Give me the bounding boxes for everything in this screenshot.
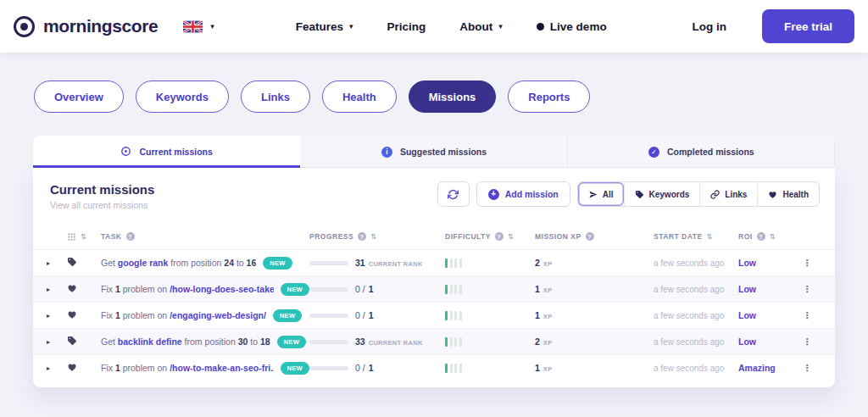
difficulty-header-label: DIFFICULTY [445,232,491,241]
morningscore-logo-icon [14,16,35,37]
sort-icon: ⇅ [770,232,776,241]
task-text: Get google rank from position 24 to 16 [101,258,256,268]
table-row[interactable]: ▸ Get google rank from position 24 to 16… [33,249,835,275]
login-link[interactable]: Log in [692,20,726,33]
add-mission-label: Add mission [505,189,559,199]
progress-segment: 1 [369,363,374,373]
difficulty-bar [459,311,462,320]
progress-bar [309,287,348,292]
table-row[interactable]: ▸ Fix 1 problem on /how-long-does-seo-ta… [33,275,835,302]
difficulty-bar [459,337,462,347]
date-header-label: START DATE [654,232,703,241]
help-icon[interactable]: ? [358,232,366,241]
kebab-menu-icon[interactable]: ⋮ [793,258,821,269]
target-icon [120,146,131,157]
difficulty-bar [445,364,448,373]
new-badge: NEW [263,257,292,270]
nav-live-demo[interactable]: Live demo [537,20,607,33]
nav-label: Live demo [550,20,607,33]
table-row[interactable]: ▸ Get backlink define from position 30 t… [33,328,835,354]
kebab-menu-icon[interactable]: ⋮ [793,363,821,374]
difficulty-bar [445,259,448,268]
nav-about[interactable]: About ▾ [459,20,503,33]
heart-icon [768,190,777,199]
progress-bar [309,261,348,265]
difficulty-cell [445,337,535,347]
expand-caret-icon[interactable]: ▸ [47,286,67,293]
task-segment: backlink define [118,336,182,347]
filter-keywords[interactable]: Keywords [624,182,700,206]
col-header-date[interactable]: START DATE ⇅ [654,232,738,241]
new-badge: NEW [273,309,302,322]
page: morningscore ▾ Features ▾ Pricing [0,0,868,387]
heart-icon [67,362,101,374]
help-icon[interactable]: ? [586,232,594,241]
free-trial-button[interactable]: Free trial [762,9,854,43]
expand-caret-icon[interactable]: ▸ [47,364,67,372]
task-segment: 18 [260,336,270,347]
filter-links[interactable]: Links [699,182,757,206]
help-icon[interactable]: ? [757,232,765,241]
difficulty-bar [459,364,462,373]
nav-features[interactable]: Features ▾ [296,20,353,33]
table-row[interactable]: ▸ Fix 1 problem on /engaging-web-design/… [33,302,835,328]
check-circle-icon: ✓ [648,147,659,158]
col-header-xp[interactable]: MISSION XP ? [535,232,654,241]
progress-cell: 33CURRENT RANK [309,336,445,347]
col-header-difficulty[interactable]: DIFFICULTY ? ⇅ [445,232,535,241]
kebab-menu-icon[interactable]: ⋮ [793,310,821,321]
help-icon[interactable]: ? [126,232,135,241]
panel-toolbar: + Add mission All Keywords Links Health [437,181,820,207]
uk-flag-icon [183,20,203,33]
pill-tab-reports[interactable]: Reports [508,81,590,113]
progress-segment: CURRENT RANK [369,260,423,268]
tab-suggested-missions[interactable]: i Suggested missions [300,136,567,168]
task-segment: Fix [101,284,115,294]
add-mission-button[interactable]: + Add mission [476,181,570,207]
task-segment: from position [168,258,224,268]
task-segment: 30 [238,336,248,347]
col-header-task[interactable]: TASK ? [101,232,309,241]
difficulty-bar [454,337,457,347]
filter-label: All [603,190,614,199]
task-segment: Fix [101,310,115,320]
brand-logo[interactable]: morningscore [14,16,158,37]
pill-tab-missions[interactable]: Missions [409,81,497,113]
help-icon[interactable]: ? [495,232,504,241]
progress-cell: 0 / 1 [309,284,445,294]
difficulty-bar [450,337,453,347]
nav-pricing[interactable]: Pricing [387,20,426,33]
col-header-type[interactable]: ⇅ [67,232,101,242]
pill-tab-keywords[interactable]: Keywords [136,81,229,113]
difficulty-bar [450,285,453,294]
progress-segment: 0 / [355,284,365,294]
progress-cell: 0 / 1 [309,310,445,320]
filter-all[interactable]: All [578,182,624,206]
pill-tab-health[interactable]: Health [322,81,397,113]
task-segment: google rank [118,258,169,268]
col-header-progress[interactable]: PROGRESS ? ⇅ [309,232,445,241]
progress-segment: 1 [369,310,374,320]
col-header-roi[interactable]: ROI ? ⇅ [738,232,793,241]
nav-label: Features [296,20,343,33]
expand-caret-icon[interactable]: ▸ [47,338,67,346]
difficulty-bar [450,364,453,373]
pill-tab-overview[interactable]: Overview [34,81,124,113]
expand-caret-icon[interactable]: ▸ [47,312,67,320]
tab-completed-missions[interactable]: ✓ Completed missions [568,136,835,168]
progress-value: 31CURRENT RANK [355,258,423,268]
difficulty-bar [454,311,457,320]
difficulty-cell [445,364,535,373]
tab-current-missions[interactable]: Current missions [33,136,300,168]
table-row[interactable]: ▸ Fix 1 problem on /how-to-make-an-seo-f… [33,354,835,381]
top-navbar: morningscore ▾ Features ▾ Pricing [0,0,868,53]
kebab-menu-icon[interactable]: ⋮ [793,284,821,295]
language-switcher[interactable]: ▾ [183,20,214,33]
pill-tab-links[interactable]: Links [241,81,310,113]
expand-caret-icon[interactable]: ▸ [47,259,67,267]
xp-suffix: XP [543,286,553,294]
kebab-menu-icon[interactable]: ⋮ [793,336,821,348]
refresh-button[interactable] [437,181,470,207]
filter-health[interactable]: Health [757,182,819,206]
progress-value: 33CURRENT RANK [355,336,423,347]
